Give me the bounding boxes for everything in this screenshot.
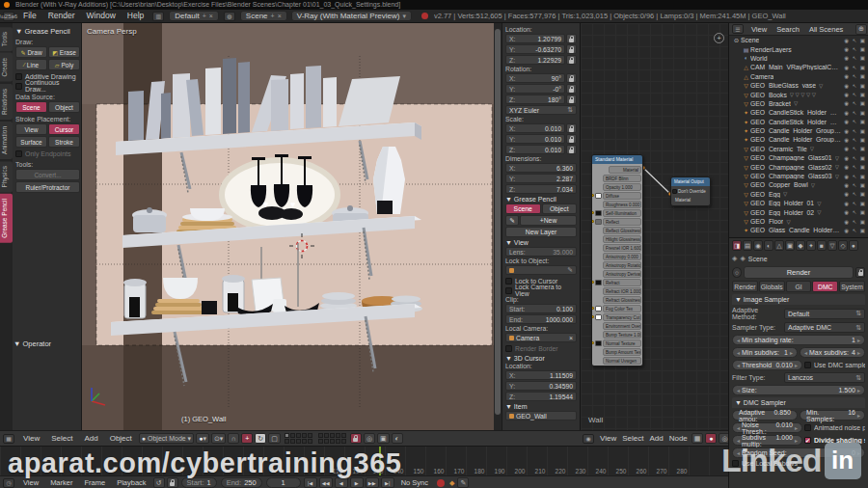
vray-settings-tab[interactable]: System <box>839 281 865 292</box>
draw-tool-button[interactable]: ◩ Erase <box>48 46 80 58</box>
restrict-icons[interactable]: ◉ ↖ ▣ <box>844 209 866 215</box>
render-preset-icon[interactable]: ○ <box>732 267 742 278</box>
dmc-sampler-panel-header[interactable]: ▼ DMC Sampler <box>732 397 865 408</box>
outliner-row[interactable]: ▤ RenderLayers ◉ ↖ ▣ <box>729 44 868 53</box>
properties-tab-icon[interactable]: ◆ <box>796 240 805 251</box>
node-socket[interactable] <box>591 307 594 310</box>
draw-tool-button[interactable]: ▱ Poly <box>48 59 80 70</box>
restrict-icons[interactable]: ◉ ↖ ▣ <box>844 164 866 170</box>
number-field[interactable]: Z:180° <box>505 95 565 104</box>
editor-type-icon[interactable]: ☰︎ <box>732 24 744 34</box>
close-scene-button[interactable]: × <box>278 13 282 19</box>
editor-type-icon[interactable]: ◉ <box>583 434 594 444</box>
node-title[interactable]: Material Output <box>671 177 710 186</box>
layer-grid-2[interactable] <box>318 433 346 444</box>
restrict-icons[interactable]: ◉ ↖ ▣ <box>844 155 866 161</box>
sampler-type-dropdown[interactable]: Adaptive DMC⇅ <box>784 322 865 333</box>
outliner-row[interactable]: ▽ GEO_Egg ▽ ◉ ↖ ▣ <box>729 190 868 199</box>
cursor-field[interactable]: X:1.11509 <box>505 370 577 380</box>
viewport-menu-item[interactable]: Add <box>78 432 103 445</box>
properties-tab-icon[interactable]: ▽ <box>827 240 837 251</box>
restrict-icons[interactable]: ◉ ↖ ▣ <box>844 228 866 233</box>
lens-field[interactable]: Lens:35.000 <box>505 247 577 257</box>
output-node[interactable]: Material Output Don't Override Material <box>670 176 711 206</box>
number-field[interactable]: Y:2.287 <box>505 174 577 183</box>
animated-noise-row[interactable]: Animated noise patte... <box>804 424 865 431</box>
tool-button[interactable]: Convert... <box>15 169 80 180</box>
node-row[interactable]: Environment Override <box>593 321 641 330</box>
tool-shelf-tab[interactable]: Grease Pencil <box>0 194 13 243</box>
lock-button[interactable] <box>566 84 577 94</box>
mode-dropdown[interactable]: ● Object Mode ▾ <box>139 433 194 444</box>
node-row[interactable]: Self-Illumination <box>593 208 641 217</box>
properties-tab-icon[interactable]: ● <box>849 240 858 251</box>
gp-source-button[interactable]: Scene <box>505 203 541 214</box>
tool-shelf-tab[interactable]: Relations <box>0 84 13 120</box>
node-socket[interactable] <box>591 211 594 214</box>
checkbox[interactable] <box>15 73 22 80</box>
restrict-icons[interactable]: ◉ ↖ ▣ <box>844 92 866 97</box>
vray-settings-tab[interactable]: Globals <box>759 281 785 292</box>
number-field[interactable]: X:0.010 <box>505 123 565 133</box>
node-row[interactable]: Bump Amount Tex 1.000 <box>593 347 641 356</box>
clip-start-field[interactable]: Start:0.100 <box>505 304 577 313</box>
checkbox[interactable] <box>672 189 677 194</box>
restrict-icons[interactable]: ◉ ↖ ▣ <box>844 38 866 43</box>
number-field[interactable]: X:6.360 <box>505 163 577 173</box>
render-lock-icon[interactable] <box>350 433 362 444</box>
lock-button[interactable] <box>566 44 577 54</box>
filter-size-slider[interactable]: ◂ Size:1.500 ▸ <box>732 385 865 395</box>
material-node[interactable]: Standard Material Material BRDF Blinn Op… <box>591 154 643 366</box>
number-field[interactable]: Y:-0° <box>505 84 565 94</box>
node-row[interactable]: Fog Color Tex <box>593 304 641 312</box>
outliner-row[interactable]: ✦ GEO_Candle_Holder_Group_01 ◉ ↖ ▣ <box>729 126 868 135</box>
outliner-menu-item[interactable]: All Scenes <box>804 23 848 36</box>
stroke-placement-button[interactable]: Cursor <box>48 123 80 135</box>
properties-tab-icon[interactable]: ◐ <box>764 240 773 251</box>
lock-button[interactable] <box>566 34 577 43</box>
node-socket[interactable] <box>591 281 594 284</box>
color-swatch[interactable] <box>595 280 602 285</box>
restrict-icons[interactable]: ◉ ↖ ▣ <box>844 137 866 143</box>
keying-set-icon[interactable]: ✎ <box>457 477 469 488</box>
outliner-row[interactable]: ▽ GEO_Ceramic_Tile ▽ ◉ ↖ ▣ <box>729 145 868 153</box>
number-field[interactable]: X:90° <box>505 73 565 83</box>
node-row[interactable]: BRDF Blinn <box>593 174 641 182</box>
color-swatch[interactable] <box>595 306 602 312</box>
filter-type-dropdown[interactable]: Lanczos⇅ <box>784 372 865 383</box>
draw-tool-button[interactable]: ✎ Draw <box>15 46 47 58</box>
viewport-menu-item[interactable]: Object <box>104 432 138 445</box>
clip-end-field[interactable]: End:1000.000 <box>505 314 577 324</box>
outliner-row[interactable]: ▽ GEO_Champagne_Glass01 ▽ ◉ ↖ ▣ <box>729 153 868 162</box>
node-menu-item[interactable]: Add <box>646 432 665 445</box>
color-swatch[interactable] <box>595 193 602 199</box>
tool-button[interactable]: Ruler/Protractor <box>15 181 80 193</box>
checkbox[interactable] <box>505 287 512 294</box>
cursor-section-header[interactable]: ▼ 3D Cursor <box>505 355 577 362</box>
checkbox[interactable] <box>15 150 22 157</box>
shading-dropdown[interactable]: ●▾ <box>196 433 209 444</box>
viewport-menu-item[interactable]: Select <box>45 432 78 445</box>
number-field[interactable]: Y:-0.63270 <box>505 44 565 54</box>
color-swatch[interactable] <box>595 340 602 346</box>
restrict-icons[interactable]: ◉ ↖ ▣ <box>844 182 866 188</box>
node-socket[interactable] <box>591 220 594 223</box>
threshold-slider[interactable]: ◂ Threshold0.010 ▸ <box>732 360 802 370</box>
lock-button[interactable] <box>566 73 577 83</box>
properties-tab-icon[interactable]: ◨ <box>732 240 742 251</box>
menu-item[interactable]: Help <box>122 10 149 22</box>
properties-tab-icon[interactable]: ▤ <box>743 240 752 251</box>
node-row[interactable]: Transparency Cut <box>593 312 641 321</box>
restrict-icons[interactable]: ◉ ↖ ▣ <box>844 191 866 197</box>
add-scene-button[interactable]: + <box>271 13 275 19</box>
properties-tab-icon[interactable]: △ <box>774 240 784 251</box>
viewport-menu-item[interactable]: View <box>17 432 45 445</box>
layout-selector[interactable]: Default + × <box>169 11 219 21</box>
cursor-field[interactable]: Z:1.19544 <box>505 392 577 401</box>
outliner-row[interactable]: ✦ GEO_Glass_Candle_Holder_02 ◉ ↖ ▣ <box>729 226 868 234</box>
only-endpoints-row[interactable]: Only Endpoints <box>15 149 80 158</box>
tool-checkbox-row[interactable]: Continuous Draw... <box>15 81 80 91</box>
restrict-icons[interactable]: ◉ ↖ ▣ <box>844 100 866 106</box>
node-row[interactable]: Refract IOR 1.000 <box>593 286 641 295</box>
outliner-menu-item[interactable]: View <box>746 23 772 36</box>
